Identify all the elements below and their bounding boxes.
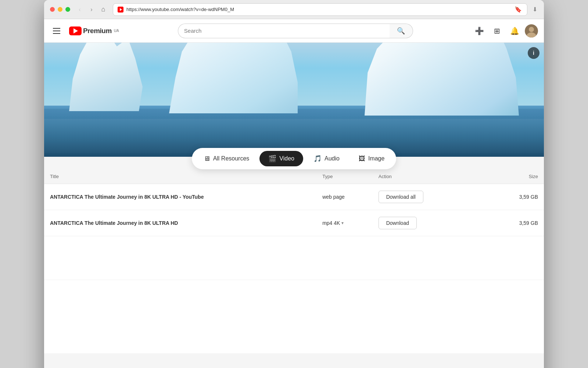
image-icon: 🖼 [359, 155, 365, 163]
tab-image-label: Image [368, 155, 384, 162]
bookmark-button[interactable]: 🔖 [514, 5, 523, 14]
youtube-logo-text: Premium [83, 27, 112, 35]
create-video-button[interactable]: ➕ [472, 24, 487, 38]
video-player[interactable]: i [44, 43, 544, 157]
header-actions: ➕ ⊞ 🔔 [472, 24, 538, 38]
traffic-lights [50, 7, 70, 12]
youtube-logo[interactable]: Premium UA [69, 26, 119, 35]
row2-type-text: mp4 4K [322, 220, 340, 226]
bottom-area [44, 280, 544, 353]
row2-title: ANTARCTICA The Ultimate Journey in 8K UL… [44, 210, 316, 236]
video-frame [44, 43, 544, 157]
audio-icon: 🎵 [313, 155, 322, 163]
row2-type-cell: mp4 4K ▾ [316, 210, 373, 236]
hamburger-menu-button[interactable] [50, 25, 63, 37]
resource-table: Title Type Action Size ANTARCTICA The Ul… [44, 169, 544, 236]
table-row: ANTARCTICA The Ultimate Journey in 8K UL… [44, 210, 544, 236]
search-icon: 🔍 [397, 27, 405, 35]
back-button[interactable]: ‹ [75, 4, 85, 15]
minimize-button[interactable] [58, 7, 62, 12]
title-bar: ‹ › ⌂ https://www.youtube.com/watch?v=de… [44, 0, 544, 19]
row1-title: ANTARCTICA The Ultimate Journey in 8K UL… [44, 184, 316, 210]
row2-action-cell: Download [373, 210, 494, 236]
tab-all-resources-label: All Resources [213, 155, 250, 162]
address-bar[interactable]: https://www.youtube.com/watch?v=de-wdNPM… [113, 3, 527, 16]
search-input[interactable] [178, 24, 390, 38]
maximize-button[interactable] [65, 7, 70, 12]
tab-all-resources[interactable]: 🖥 All Resources [195, 151, 258, 166]
filter-bar-wrapper: 🖥 All Resources 🎬 Video 🎵 Audio 🖼 Image [44, 148, 544, 169]
tab-audio-label: Audio [325, 155, 340, 162]
column-title: Title [44, 169, 316, 184]
tab-video[interactable]: 🎬 Video [259, 151, 303, 166]
grid-icon: ⊞ [494, 26, 500, 35]
notifications-button[interactable]: 🔔 [507, 24, 522, 38]
row1-action-cell: Download all [373, 184, 494, 210]
search-container: 🔍 [178, 24, 413, 38]
tab-image[interactable]: 🖼 Image [350, 151, 393, 166]
bottom-area-2 [44, 353, 544, 368]
create-icon: ➕ [475, 26, 484, 35]
all-resources-icon: 🖥 [204, 155, 210, 163]
download-all-button[interactable]: Download all [379, 191, 423, 203]
youtube-region-badge: UA [114, 29, 119, 33]
nav-buttons: ‹ › ⌂ [75, 4, 108, 15]
forward-button[interactable]: › [86, 4, 97, 15]
apps-button[interactable]: ⊞ [490, 24, 504, 38]
tab-video-label: Video [279, 155, 294, 162]
youtube-header: Premium UA 🔍 ➕ ⊞ 🔔 [44, 19, 544, 43]
home-button[interactable]: ⌂ [98, 4, 108, 15]
site-favicon [118, 7, 123, 13]
table-row: ANTARCTICA The Ultimate Journey in 8K UL… [44, 184, 544, 210]
column-action: Action [373, 169, 494, 184]
chevron-down-icon: ▾ [341, 220, 344, 226]
address-text: https://www.youtube.com/watch?v=de-wdNPM… [126, 7, 511, 12]
table-header: Title Type Action Size [44, 169, 544, 184]
video-thumbnail [44, 43, 544, 157]
column-type: Type [316, 169, 373, 184]
filter-bar: 🖥 All Resources 🎬 Video 🎵 Audio 🖼 Image [192, 148, 397, 169]
bell-icon: 🔔 [510, 26, 519, 35]
tab-audio[interactable]: 🎵 Audio [305, 151, 348, 166]
info-icon: i [533, 50, 534, 56]
browser-window: ‹ › ⌂ https://www.youtube.com/watch?v=de… [44, 0, 544, 368]
browser-download-button[interactable]: ⬇ [532, 5, 538, 14]
svg-point-1 [529, 27, 534, 32]
youtube-logo-icon [69, 26, 82, 35]
content-area: Title Type Action Size ANTARCTICA The Ul… [44, 169, 544, 280]
row2-size: 3,59 GB [494, 210, 544, 236]
search-button[interactable]: 🔍 [390, 24, 413, 38]
download-button[interactable]: Download [379, 217, 417, 229]
user-avatar[interactable] [525, 24, 538, 38]
column-size: Size [494, 169, 544, 184]
row1-type: web page [316, 184, 373, 210]
row1-size: 3,59 GB [494, 184, 544, 210]
info-button[interactable]: i [528, 47, 539, 59]
close-button[interactable] [50, 7, 55, 12]
video-icon: 🎬 [268, 155, 276, 163]
